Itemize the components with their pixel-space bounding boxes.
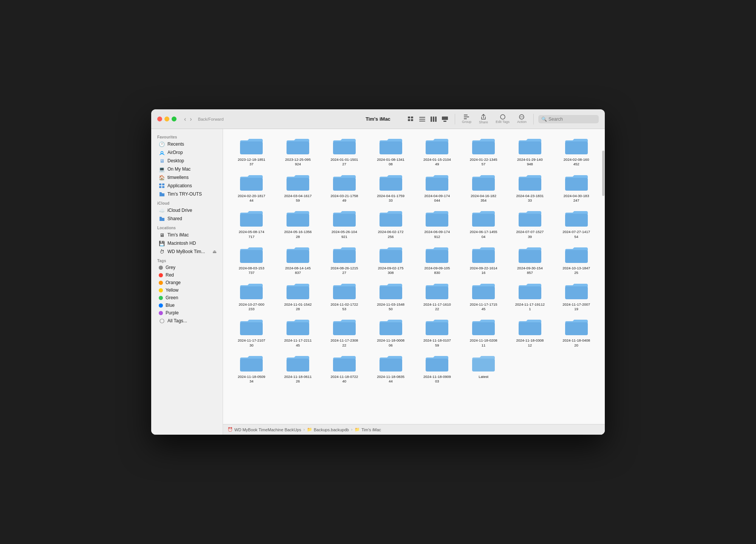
folder-item[interactable]: Latest (461, 352, 506, 385)
svg-rect-92 (287, 286, 309, 299)
eject-icon[interactable]: ⏏ (212, 249, 217, 254)
sidebar-item-green[interactable]: Green (153, 294, 221, 302)
folder-item[interactable]: 2024-07-07-1527 39 (508, 207, 553, 241)
folder-item[interactable]: 2024-05-08-174 717 (229, 207, 274, 241)
folder-icon (425, 173, 449, 193)
folder-item[interactable]: 2024-08-03-153 737 (229, 244, 274, 277)
folder-item[interactable]: 2024-11-17-1610 22 (415, 280, 460, 313)
folder-item[interactable]: 2024-06-09-174 912 (415, 207, 460, 241)
action-button[interactable]: Action (515, 113, 529, 125)
forward-button[interactable]: › (188, 115, 193, 123)
sidebar-item-all-tags[interactable]: All Tags... (153, 317, 221, 325)
folder-item[interactable]: 2024-06-02-172 256 (368, 207, 413, 241)
sidebar-item-on-my-mac[interactable]: 💻 On My Mac (153, 165, 221, 173)
edit-tags-button[interactable]: Edit Tags (493, 113, 512, 125)
sidebar-item-yellow[interactable]: Yellow (153, 286, 221, 294)
sidebar-item-desktop[interactable]: 🖥 Desktop (153, 157, 221, 165)
folder-item[interactable]: 2024-11-18-0107 59 (415, 316, 460, 349)
sidebar-item-wd-mybook[interactable]: ⏱ WD MyBook Tim... ⏏ (153, 247, 221, 256)
sidebar-item-red[interactable]: Red (153, 271, 221, 279)
close-button[interactable] (157, 117, 162, 121)
folder-item[interactable]: 2024-10-13-1847 25 (554, 244, 599, 277)
back-button[interactable]: ‹ (183, 115, 187, 123)
folder-item[interactable]: 2024-11-17-1715 45 (461, 280, 506, 313)
folder-item[interactable]: 2024-04-30-183 247 (554, 171, 599, 205)
folder-item[interactable]: 2024-11-18-0611 26 (276, 352, 321, 385)
sidebar-item-tryouts[interactable]: Tim's TRY-OUTS (153, 190, 221, 198)
folder-item[interactable]: 2024-11-18-0008 06 (368, 316, 413, 349)
folder-item[interactable]: 2024-07-27-1417 54 (554, 207, 599, 241)
folder-item[interactable]: 2024-11-01-1542 28 (276, 280, 321, 313)
breadcrumb-item[interactable]: 📁Backups.backupdb (307, 427, 349, 432)
folder-item[interactable]: 2024-08-26-1215 27 (322, 244, 367, 277)
sidebar-item-macintosh-hd[interactable]: 💾 Macintosh HD (153, 239, 221, 247)
folder-item[interactable]: 2024-09-22-1614 16 (461, 244, 506, 277)
folder-item[interactable]: 2024-01-15-2104 49 (415, 135, 460, 168)
sidebar-item-timwellens[interactable]: 🏠 timwellens (153, 173, 221, 182)
minimize-button[interactable] (164, 117, 169, 121)
folder-item[interactable]: 2024-02-08-160 452 (554, 135, 599, 168)
folder-item[interactable]: 2024-11-17-19112 1 (508, 280, 553, 313)
folder-item[interactable]: 2024-05-26-104 921 (322, 207, 367, 241)
sidebar-item-applications[interactable]: Applications (153, 182, 221, 190)
folder-item[interactable]: 2024-05-16-1356 28 (276, 207, 321, 241)
folder-item[interactable]: 2024-04-16-182 354 (461, 171, 506, 205)
folder-item[interactable]: 2024-09-09-105 830 (415, 244, 460, 277)
folder-item[interactable]: 2024-11-18-0509 34 (229, 352, 274, 385)
folder-item[interactable]: 2024-09-02-175 308 (368, 244, 413, 277)
sidebar-item-shared[interactable]: Shared (153, 214, 221, 223)
breadcrumb-item[interactable]: ⏰WD MyBook TimeMachine BackUps (228, 427, 301, 432)
folder-item[interactable]: 2024-02-20-1817 44 (229, 171, 274, 205)
scrollbar-thumb[interactable] (602, 151, 604, 196)
folder-icon (379, 245, 403, 265)
folder-item[interactable]: 2024-10-27-000 233 (229, 280, 274, 313)
share-button[interactable]: Share (477, 112, 490, 126)
blue-dot (159, 303, 163, 308)
folder-item[interactable]: 2024-01-29-140 948 (508, 135, 553, 168)
folder-item[interactable]: 2024-11-18-0208 11 (461, 316, 506, 349)
folder-item[interactable]: 2024-04-01-1759 33 (368, 171, 413, 205)
folder-item[interactable]: 2024-11-17-2308 22 (322, 316, 367, 349)
sidebar-item-orange[interactable]: Orange (153, 279, 221, 286)
folder-item[interactable]: 2024-11-18-0722 40 (322, 352, 367, 385)
column-view-button[interactable] (428, 115, 439, 123)
folder-item[interactable]: 2024-11-02-1722 53 (322, 280, 367, 313)
folder-item[interactable]: 2024-04-09-174 044 (415, 171, 460, 205)
sidebar-item-grey[interactable]: Grey (153, 264, 221, 271)
search-box[interactable]: 🔍 (538, 115, 599, 123)
folder-item[interactable]: 2024-11-18-0909 03 (415, 352, 460, 385)
breadcrumb-item[interactable]: 📁Tim's iMac (355, 427, 381, 432)
folder-item[interactable]: 2023-12-25-095 924 (276, 135, 321, 168)
folder-item[interactable]: 2024-04-23-1831 33 (508, 171, 553, 205)
content-scroll[interactable]: 2023-12-18-1851 37 2023-12-25-095 924 20… (223, 129, 605, 424)
folder-item[interactable]: 2024-11-17-2211 45 (276, 316, 321, 349)
sidebar-item-icloud-drive[interactable]: ☁️ iCloud Drive (153, 206, 221, 214)
search-input[interactable] (548, 117, 596, 122)
folder-item[interactable]: 2024-06-17-1455 04 (461, 207, 506, 241)
folder-item[interactable]: 2024-11-03-1548 50 (368, 280, 413, 313)
group-button[interactable]: Group (460, 113, 474, 125)
folder-item[interactable]: 2024-01-01-1501 27 (322, 135, 367, 168)
sidebar-item-recents[interactable]: 🕐 Recents (153, 140, 221, 148)
scrollbar-track[interactable] (602, 149, 605, 424)
fullscreen-button[interactable] (172, 117, 177, 121)
sidebar-item-tims-imac[interactable]: 🖥 Tim's iMac (153, 231, 221, 239)
folder-item[interactable]: 2024-11-18-0308 12 (508, 316, 553, 349)
folder-item[interactable]: 2023-12-18-1851 37 (229, 135, 274, 168)
folder-item[interactable]: 2024-03-04-1617 59 (276, 171, 321, 205)
sidebar-item-airdrop[interactable]: AirDrop (153, 148, 221, 157)
folder-item[interactable]: 2024-01-08-1341 08 (368, 135, 413, 168)
folder-item[interactable]: 2024-09-30-154 857 (508, 244, 553, 277)
folder-item[interactable]: 2024-11-18-0835 44 (368, 352, 413, 385)
gallery-view-button[interactable] (440, 115, 450, 123)
folder-item[interactable]: 2024-03-21-1758 49 (322, 171, 367, 205)
folder-item[interactable]: 2024-01-22-1345 57 (461, 135, 506, 168)
folder-item[interactable]: 2024-11-17-2007 19 (554, 280, 599, 313)
folder-item[interactable]: 2024-11-18-0408 20 (554, 316, 599, 349)
folder-item[interactable]: 2024-11-17-2107 30 (229, 316, 274, 349)
sidebar-item-purple[interactable]: Purple (153, 309, 221, 317)
list-view-button[interactable] (417, 115, 428, 123)
sidebar-item-blue[interactable]: Blue (153, 302, 221, 309)
icon-view-button[interactable] (406, 115, 416, 123)
folder-item[interactable]: 2024-08-14-145 837 (276, 244, 321, 277)
